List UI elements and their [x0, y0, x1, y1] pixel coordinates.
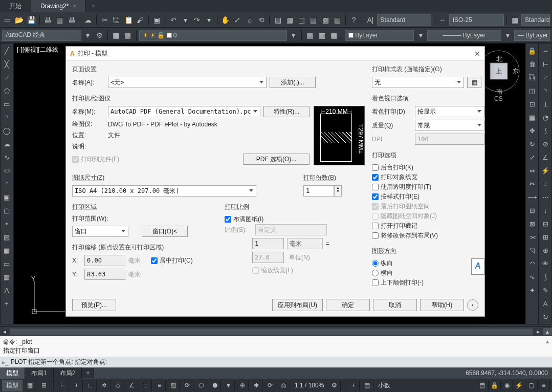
anno-scale-icon[interactable]: ⚖ [278, 380, 290, 391]
ellipse-arc-icon[interactable]: ◜ [2, 179, 12, 189]
workspace-combo[interactable]: AutoCAD 经典 [2, 30, 81, 41]
table-style-icon[interactable]: ▦ [510, 14, 520, 26]
cmd-recent-icon[interactable]: ▴ [546, 338, 549, 345]
region-icon[interactable]: ▭ [2, 258, 12, 269]
lineweight-combo[interactable]: — ByLayer [514, 30, 550, 41]
explode-icon[interactable]: ✦ [527, 285, 537, 295]
quickcalc-icon[interactable]: ▦ [332, 14, 343, 26]
move-icon[interactable]: ✥ [527, 125, 537, 136]
array-icon[interactable]: ▦ [527, 112, 537, 122]
copies-down-icon[interactable]: ▼ [335, 189, 341, 193]
status-model-button[interactable]: 模型 [2, 380, 23, 391]
layer-freeze-icon[interactable]: ▦ [328, 30, 339, 41]
dim-aligned-icon[interactable]: ⟋ [540, 72, 550, 82]
gradient-icon[interactable]: ▦ [2, 245, 12, 255]
landscape-radio[interactable] [372, 270, 379, 276]
tolerance-icon[interactable]: ⊞ [540, 232, 550, 242]
cut-icon[interactable]: ✂ [99, 14, 110, 26]
help-button[interactable]: 帮助(H) [420, 299, 464, 311]
publish-icon[interactable]: 🖶 [66, 14, 77, 26]
edit-plot-style-button[interactable]: ▦ [467, 77, 481, 88]
tab-start[interactable]: 开始 [0, 0, 31, 12]
text-style-combo[interactable]: Standard [377, 14, 432, 26]
selection-filter-icon[interactable]: ▼ [223, 380, 235, 391]
line-icon[interactable]: ╱ [2, 46, 12, 56]
opt-lineweights-check[interactable] [372, 174, 379, 181]
layout-tab-2[interactable]: 布局2 [54, 367, 82, 379]
properties-icon[interactable]: ▤ [272, 14, 283, 26]
printer-properties-button[interactable]: 特性(R)... [263, 106, 310, 117]
dim-jogged-icon[interactable]: ⟆ [540, 125, 550, 136]
dim-edit-icon[interactable]: ✎ [540, 285, 550, 295]
layer-uniso-icon[interactable]: ▥ [317, 30, 327, 41]
constraint-icon[interactable]: 🔒 [527, 46, 537, 56]
collapse-dialog-button[interactable]: ‹ [467, 299, 478, 311]
zoom-window-icon[interactable]: ⌕ [244, 14, 255, 26]
selection-cycling-icon[interactable]: ⟳ [181, 380, 193, 391]
dialog-close-button[interactable]: ✕ [474, 50, 480, 58]
centermark-icon[interactable]: ⊕ [540, 245, 550, 255]
quality-select[interactable]: 常规 [415, 120, 484, 131]
linetype-combo[interactable]: ——— ByLayer [427, 30, 501, 41]
rotate-icon[interactable]: ↻ [527, 139, 537, 149]
tab-drawing[interactable]: Drawing2*× [31, 0, 86, 12]
blend-icon[interactable]: ∿ [527, 272, 537, 282]
dim-linear-icon[interactable]: ⊢ [540, 59, 550, 69]
scale-icon[interactable]: ⤢ [527, 152, 537, 162]
osnap-track-icon[interactable]: ∠ [126, 380, 138, 391]
break-at-icon[interactable]: ⊟ [527, 205, 537, 215]
zoom-realtime-icon[interactable]: ⤢ [232, 14, 243, 26]
plot-range-select[interactable]: 窗口 [72, 226, 128, 237]
dim-inspect-icon[interactable]: 👁 [540, 258, 550, 269]
join-icon[interactable]: ⫘ [527, 232, 537, 242]
copy-icon[interactable]: ⿻ [111, 14, 122, 26]
dim-baseline-icon[interactable]: ≡ [540, 179, 550, 189]
hardware-accel-icon[interactable]: ⚡ [513, 380, 525, 391]
transparency-status-icon[interactable]: ▨ [167, 380, 180, 391]
dim-radius-icon[interactable]: ◔ [540, 112, 550, 122]
anno-monitor-icon[interactable]: + [347, 380, 360, 391]
3d-osnap-icon[interactable]: ⬡ [195, 380, 207, 391]
close-icon[interactable]: × [73, 3, 76, 10]
stretch-icon[interactable]: ⇔ [527, 165, 537, 176]
command-input[interactable]: ▸_ PLOT 指定第一个角点: 指定对角点: [0, 357, 552, 367]
paper-size-select[interactable]: ISO A4 (210.00 x 297.00 毫米) [72, 185, 256, 197]
help-icon[interactable]: ? [348, 14, 359, 26]
insert-block-icon[interactable]: ▣ [2, 192, 12, 202]
open-icon[interactable]: 📂 [14, 14, 25, 26]
workspace-switch-icon[interactable]: ⚙ [328, 380, 341, 391]
dim-update-icon[interactable]: ↻ [540, 312, 550, 322]
extend-icon[interactable]: ⟶ [527, 192, 537, 202]
dim-space-icon[interactable]: ↕ [540, 205, 550, 215]
add-page-setup-button[interactable]: 添加(.)... [270, 77, 316, 88]
dim-arc-icon[interactable]: ◝ [540, 85, 550, 96]
markup-icon[interactable]: ▩ [320, 14, 331, 26]
anno-visibility-icon[interactable]: ✱ [250, 380, 262, 391]
polar-icon[interactable]: ✲ [98, 380, 111, 391]
pdf-options-button[interactable]: PDF 选项(O)... [243, 154, 310, 165]
xline-icon[interactable]: ╳ [2, 59, 12, 69]
circle-icon[interactable]: ◯ [2, 125, 12, 136]
fit-to-paper-check[interactable] [225, 216, 231, 223]
design-center-icon[interactable]: ▦ [284, 14, 295, 26]
tab-new-plus[interactable]: + [86, 3, 100, 10]
chamfer-icon[interactable]: ◹ [527, 245, 537, 255]
opt-background-check[interactable] [372, 164, 379, 171]
units-readout[interactable]: 小数 [375, 381, 393, 390]
undo-icon[interactable]: ↶ [168, 14, 179, 26]
make-block-icon[interactable]: ▢ [2, 205, 12, 215]
autoscale-icon[interactable]: ⟳ [264, 380, 276, 391]
redo-drop-icon[interactable]: ▾ [204, 14, 214, 26]
opt-transparency-check[interactable] [372, 184, 379, 190]
dim-tedit-icon[interactable]: A [540, 298, 550, 309]
copy-obj-icon[interactable]: ⿻ [527, 72, 537, 82]
dim-break-icon[interactable]: ⊟ [540, 219, 550, 229]
viewport-label[interactable]: [-][俯视][二维线 [17, 46, 58, 54]
tool-palettes-icon[interactable]: ▥ [296, 14, 307, 26]
upside-down-check[interactable] [372, 279, 379, 286]
window-pick-button[interactable]: 窗口(O)< [142, 226, 188, 237]
isodraft-icon[interactable]: ◇ [112, 380, 124, 391]
cloud-icon[interactable]: ☁ [83, 14, 94, 26]
plot-style-select[interactable]: 无 [372, 77, 464, 88]
point-icon[interactable]: • [2, 219, 12, 229]
